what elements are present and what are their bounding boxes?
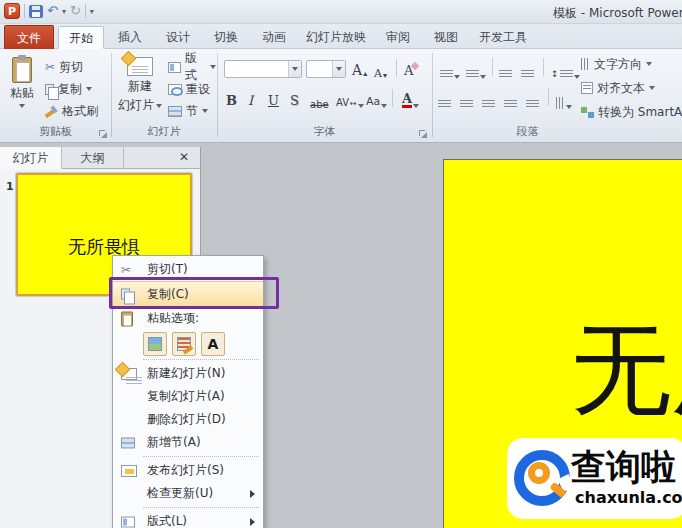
tab-transitions[interactable]: 切换 [204, 26, 248, 49]
paste-use-destination-theme-button[interactable] [143, 332, 167, 356]
copy-button[interactable]: 复制 [45, 79, 92, 99]
grow-font-button[interactable]: A▴ [352, 59, 367, 78]
grow-font-label: A [352, 62, 362, 78]
columns-icon [556, 97, 565, 109]
shrink-font-button[interactable]: A▾ [374, 61, 387, 80]
menu-item-new-slide[interactable]: 新建幻灯片(N) [113, 362, 263, 385]
source-formatting-icon [177, 337, 191, 351]
align-right-button[interactable] [482, 90, 495, 109]
powerpoint-app-icon[interactable]: P [4, 3, 20, 19]
italic-button[interactable]: I [248, 89, 253, 108]
section-button[interactable]: 节 [168, 101, 208, 121]
bold-button[interactable]: B [226, 89, 237, 108]
undo-icon[interactable]: ↶ [47, 4, 58, 18]
dropdown-arrow-icon [649, 86, 655, 90]
tab-home[interactable]: 开始 [58, 26, 104, 49]
slide-title-text[interactable]: 无所畏惧 [571, 320, 682, 420]
paste-keep-source-formatting-button[interactable] [172, 332, 196, 356]
font-name-combo[interactable] [224, 60, 302, 78]
tab-insert[interactable]: 插入 [108, 26, 152, 49]
redo-icon[interactable]: ↻ [70, 4, 81, 18]
menu-item-label: 复制(C) [147, 286, 189, 303]
decrease-indent-button[interactable] [499, 60, 512, 79]
tab-animations[interactable]: 动画 [252, 26, 296, 49]
context-menu: ✂ 剪切(T) 复制(C) 粘贴选项: A 新建幻灯片(N) 复制幻灯片(A) … [112, 255, 264, 528]
reset-button[interactable]: 重设 [168, 79, 210, 99]
group-slides: 新建 幻灯片 版式 重设 节 幻灯片 [112, 49, 216, 141]
increase-indent-button[interactable] [521, 60, 534, 79]
text-direction-button[interactable]: 文字方向 [581, 54, 652, 74]
line-spacing-button[interactable]: ↕ [551, 60, 580, 79]
menu-item-publish-slides[interactable]: 发布幻灯片(S) [113, 459, 263, 482]
new-slide-label-line2: 幻灯片 [118, 97, 154, 114]
clear-formatting-button[interactable]: A [404, 59, 413, 78]
font-size-combo[interactable] [306, 60, 346, 78]
clipboard-dialog-launcher-icon[interactable] [99, 130, 107, 138]
layout-icon [168, 62, 181, 73]
destination-theme-icon [148, 337, 162, 351]
font-name-dropdown[interactable] [288, 61, 301, 77]
bold-label: B [226, 93, 237, 108]
bullets-button[interactable] [440, 60, 460, 79]
save-icon[interactable] [29, 5, 43, 18]
copy-label: 复制 [58, 81, 82, 98]
align-center-button[interactable] [460, 90, 473, 109]
justify-button[interactable] [504, 90, 517, 109]
menu-item-cut[interactable]: ✂ 剪切(T) [113, 258, 263, 281]
new-slide-icon [121, 368, 137, 380]
italic-label: I [248, 93, 253, 108]
cut-button[interactable]: ✂ 剪切 [45, 57, 83, 77]
new-slide-button[interactable]: 新建 幻灯片 [116, 52, 164, 124]
tab-slideshow[interactable]: 幻灯片放映 [300, 26, 372, 49]
menu-item-check-updates[interactable]: 检查更新(U) [113, 482, 263, 505]
undo-dropdown-icon[interactable]: ▾ [62, 7, 66, 16]
tab-developer[interactable]: 开发工具 [472, 26, 534, 49]
tab-outline[interactable]: 大纲 [62, 147, 124, 169]
text-shadow-button[interactable]: S [290, 89, 299, 108]
qat-customize-icon[interactable]: ▾ [90, 7, 94, 16]
bullets-icon [440, 70, 453, 79]
menu-item-delete-slide[interactable]: 删除幻灯片(D) [113, 408, 263, 431]
strikethrough-label: abe [310, 99, 329, 110]
columns-button[interactable] [556, 90, 572, 109]
menu-item-paste-options: 粘贴选项: [113, 307, 263, 330]
tab-view[interactable]: 视图 [424, 26, 468, 49]
paste-keep-text-only-button[interactable]: A [201, 332, 225, 356]
menu-item-copy[interactable]: 复制(C) [113, 281, 263, 307]
font-color-icon: A [402, 93, 412, 108]
workspace: 幻灯片 大纲 ✕ 1 无所畏惧 无所畏惧 查询啦 chaxunla.com [0, 143, 682, 528]
layout-button[interactable]: 版式 [168, 57, 216, 77]
menu-item-add-section[interactable]: 新增节(A) [113, 431, 263, 454]
tab-design[interactable]: 设计 [156, 26, 200, 49]
text-only-icon: A [208, 336, 219, 352]
format-painter-icon [45, 105, 58, 118]
font-color-button[interactable]: A [402, 89, 419, 108]
tab-review[interactable]: 审阅 [376, 26, 420, 49]
panel-tab-row: 幻灯片 大纲 ✕ [0, 147, 200, 169]
font-size-dropdown[interactable] [332, 61, 345, 77]
strikethrough-button[interactable]: abe [310, 91, 329, 110]
paste-button[interactable]: 粘贴 [3, 52, 41, 124]
reset-label: 重设 [186, 81, 210, 98]
tab-file[interactable]: 文件 [4, 25, 54, 49]
numbering-button[interactable] [466, 60, 486, 79]
submenu-arrow-icon [250, 490, 255, 498]
distribute-button[interactable] [526, 90, 539, 109]
character-spacing-button[interactable]: AV↔ [336, 89, 364, 108]
align-left-button[interactable] [438, 90, 451, 109]
decrease-indent-icon [499, 70, 512, 79]
format-painter-label: 格式刷 [62, 103, 98, 120]
align-text-button[interactable]: 对齐文本 [581, 78, 655, 98]
menu-item-label: 发布幻灯片(S) [147, 462, 224, 479]
convert-smartart-button[interactable]: 转换为 SmartArt [581, 102, 682, 122]
divider [85, 4, 86, 18]
format-painter-button[interactable]: 格式刷 [45, 101, 98, 121]
dropdown-arrow-icon [210, 65, 216, 69]
tab-slides-thumbnails[interactable]: 幻灯片 [0, 147, 62, 169]
text-direction-label: 文字方向 [594, 56, 642, 73]
change-case-button[interactable]: Aa [366, 89, 387, 108]
menu-item-duplicate-slide[interactable]: 复制幻灯片(A) [113, 385, 263, 408]
menu-item-layout[interactable]: 版式(L) [113, 510, 263, 528]
close-panel-icon[interactable]: ✕ [176, 149, 192, 165]
underline-button[interactable]: U [268, 89, 279, 108]
